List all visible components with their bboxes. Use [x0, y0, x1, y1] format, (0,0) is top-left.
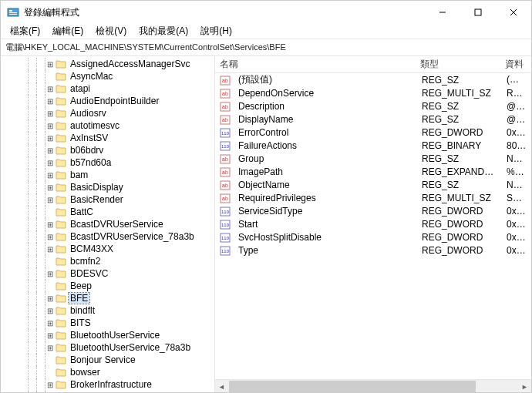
tree-item[interactable]: ⊞atapi	[1, 82, 214, 95]
tree-item[interactable]: ⊞Audiosrv	[1, 107, 214, 119]
tree-item[interactable]: AsyncMac	[1, 70, 214, 82]
tree-item[interactable]: ⊞BcastDVRUserService_78a3b	[1, 230, 214, 243]
tree-pane[interactable]: ⊞AssignedAccessManagerSvcAsyncMac⊞atapi⊞…	[1, 56, 215, 392]
value-type: REG_SZ	[417, 114, 502, 125]
tree-item[interactable]: ⊞BFE	[1, 292, 214, 304]
tree-item[interactable]: ⊞BasicDisplay	[1, 181, 214, 193]
tree-item[interactable]: ⊞AssignedAccessManagerSvc	[1, 58, 214, 70]
expand-toggle[interactable]: ⊞	[45, 307, 55, 315]
tree-item[interactable]: ⊞AudioEndpointBuilder	[1, 95, 214, 107]
expand-toggle[interactable]: ⊞	[45, 270, 55, 278]
tree-item[interactable]: ⊞BITS	[1, 317, 214, 329]
value-row[interactable]: 110FailureActionsREG_BINARY80 51 01	[215, 139, 531, 152]
expand-toggle[interactable]: ⊞	[45, 319, 55, 328]
tree-item[interactable]: ⊞bam	[1, 169, 214, 181]
regedit-window: 登錄編輯程式 檔案(F) 編輯(E) 檢視(V) 我的最愛(A) 說明(H) 電…	[0, 0, 532, 393]
value-row[interactable]: 110ErrorControlREG_DWORD0x00000	[215, 126, 531, 139]
expand-toggle[interactable]: ⊞	[45, 331, 55, 340]
expand-toggle[interactable]: ⊞	[45, 109, 55, 118]
value-row[interactable]: abImagePathREG_EXPAND_SZ%system	[215, 165, 531, 178]
value-row[interactable]: abRequiredPrivilegesREG_MULTI_SZSeAudit	[215, 191, 531, 204]
menu-favorites[interactable]: 我的最愛(A)	[133, 23, 194, 39]
column-name[interactable]: 名稱	[215, 58, 416, 71]
tree-item[interactable]: ⊞BDESVC	[1, 267, 214, 280]
value-name: FailureActions	[234, 140, 417, 151]
tree-item[interactable]: ⊞AxInstSV	[1, 132, 214, 144]
value-name: (預設值)	[234, 73, 417, 86]
tree-item[interactable]: ⊞autotimesvc	[1, 119, 214, 132]
expand-toggle[interactable]: ⊞	[45, 233, 55, 241]
folder-icon	[56, 96, 66, 106]
tree-item[interactable]: ⊞b57nd60a	[1, 156, 214, 169]
tree-item[interactable]: ⊞BcastDVRUserService	[1, 218, 214, 230]
value-type: REG_MULTI_SZ	[417, 193, 502, 203]
maximize-button[interactable]	[460, 1, 496, 24]
column-data[interactable]: 資料	[500, 58, 531, 71]
tree-item[interactable]: BattC	[1, 206, 214, 218]
close-button[interactable]	[496, 1, 531, 24]
menu-file[interactable]: 檔案(F)	[4, 23, 46, 39]
value-row[interactable]: 110TypeREG_DWORD0x00000	[215, 244, 531, 257]
string-icon: ab	[220, 153, 231, 164]
expand-toggle[interactable]: ⊞	[45, 85, 55, 93]
tree-item[interactable]: bcmfn2	[1, 255, 214, 267]
expand-toggle[interactable]: ⊞	[45, 134, 55, 143]
app-icon	[7, 6, 19, 18]
folder-icon	[56, 72, 66, 81]
address-bar[interactable]: 電腦\HKEY_LOCAL_MACHINE\SYSTEM\CurrentCont…	[1, 39, 531, 56]
expand-toggle[interactable]: ⊞	[45, 183, 55, 192]
tree-item[interactable]: ⊞bindflt	[1, 304, 214, 317]
titlebar[interactable]: 登錄編輯程式	[1, 1, 531, 24]
tree-item[interactable]: ⊞BCM43XX	[1, 243, 214, 255]
list-hscroll[interactable]: ◄ ►	[215, 379, 531, 392]
expand-toggle[interactable]: ⊞	[45, 220, 55, 229]
value-row[interactable]: 110ServiceSidTypeREG_DWORD0x00000	[215, 204, 531, 217]
string-icon: ab	[220, 75, 231, 86]
tree-label: bindflt	[69, 305, 96, 316]
tree-item[interactable]: ⊞b06bdrv	[1, 144, 214, 156]
expand-toggle[interactable]: ⊞	[45, 245, 55, 254]
minimize-button[interactable]	[425, 1, 460, 24]
value-row[interactable]: abGroupREG_SZNetwork	[215, 152, 531, 165]
scroll-right-button[interactable]: ►	[518, 380, 531, 392]
expand-toggle[interactable]: ⊞	[45, 196, 55, 204]
expand-toggle[interactable]: ⊞	[45, 122, 55, 130]
svg-rect-2	[9, 12, 17, 13]
tree-item[interactable]: ⊞BluetoothUserService	[1, 329, 214, 341]
menu-edit[interactable]: 編輯(E)	[46, 23, 89, 39]
scroll-left-button[interactable]: ◄	[215, 380, 228, 392]
value-row[interactable]: ab(預設值)REG_SZ(數值未設	[215, 73, 531, 86]
value-row[interactable]: 110SvcHostSplitDisableREG_DWORD0x00000	[215, 230, 531, 244]
tree-item[interactable]: Bonjour Service	[1, 354, 214, 366]
tree-item[interactable]: ⊞BrokerInfrastructure	[1, 378, 214, 391]
expand-toggle[interactable]: ⊞	[45, 381, 55, 389]
tree-item[interactable]: bowser	[1, 366, 214, 378]
tree-item[interactable]: ⊞BasicRender	[1, 193, 214, 206]
expand-toggle[interactable]: ⊞	[45, 171, 55, 180]
value-row[interactable]: 110StartREG_DWORD0x00000	[215, 217, 531, 230]
tree-item[interactable]: Beep	[1, 280, 214, 292]
expand-toggle[interactable]: ⊞	[45, 294, 55, 303]
expand-toggle[interactable]: ⊞	[45, 97, 55, 106]
value-type: REG_EXPAND_SZ	[417, 166, 502, 177]
value-row[interactable]: abDependOnServiceREG_MULTI_SZRpcSs	[215, 86, 531, 99]
tree-item[interactable]: ⊞BluetoothUserService_78a3b	[1, 341, 214, 354]
string-icon: ab	[220, 166, 231, 177]
svg-text:ab: ab	[222, 104, 228, 109]
value-row[interactable]: abObjectNameREG_SZNT AUT	[215, 178, 531, 191]
menu-view[interactable]: 檢視(V)	[89, 23, 133, 39]
column-type[interactable]: 類型	[416, 58, 500, 71]
value-row[interactable]: abDisplayNameREG_SZ@%Syst	[215, 113, 531, 126]
menu-help[interactable]: 說明(H)	[194, 23, 238, 39]
value-name: SvcHostSplitDisable	[234, 232, 417, 243]
expand-toggle[interactable]: ⊞	[45, 60, 55, 69]
window-title: 登錄編輯程式	[24, 6, 425, 19]
value-row[interactable]: abDescriptionREG_SZ@%Syst	[215, 99, 531, 113]
folder-icon	[56, 257, 66, 266]
value-type: REG_BINARY	[417, 140, 502, 151]
expand-toggle[interactable]: ⊞	[45, 344, 55, 352]
tree-item[interactable]: bScsiSDa	[1, 391, 214, 392]
folder-icon	[56, 59, 66, 69]
expand-toggle[interactable]: ⊞	[45, 146, 55, 155]
expand-toggle[interactable]: ⊞	[45, 159, 55, 167]
